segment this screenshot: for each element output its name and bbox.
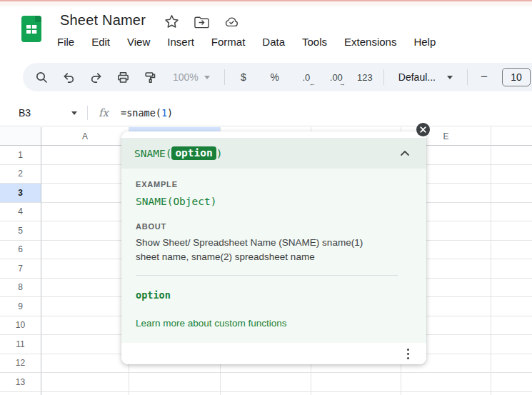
learn-more-link[interactable]: Learn more about custom functions — [136, 318, 287, 329]
row-header-1[interactable]: 1 — [0, 146, 41, 165]
grid-cell[interactable] — [41, 259, 129, 279]
grid-cell[interactable] — [41, 279, 129, 298]
grid-cell[interactable] — [41, 373, 129, 392]
sheets-logo-icon[interactable] — [21, 16, 41, 42]
redo-icon[interactable] — [83, 64, 109, 90]
row-header-12[interactable]: 12 — [0, 354, 41, 374]
grid-cell[interactable] — [491, 279, 532, 298]
grid-cell[interactable] — [491, 184, 532, 203]
grid-cell[interactable] — [41, 203, 129, 222]
column-header-a[interactable]: A — [41, 127, 129, 146]
cloud-check-icon[interactable] — [224, 14, 239, 29]
formula-input[interactable]: =sname(1) — [121, 107, 173, 119]
row-header-3[interactable]: 3 — [0, 184, 41, 203]
column-header[interactable] — [491, 127, 532, 146]
grid-cell[interactable] — [491, 297, 532, 316]
row-header-9[interactable]: 9 — [0, 297, 41, 316]
grid-cell[interactable] — [41, 297, 129, 316]
paint-format-icon[interactable] — [137, 64, 163, 90]
grid-cell[interactable] — [401, 373, 491, 392]
row-header-4[interactable]: 4 — [0, 203, 41, 222]
percent-label: % — [271, 71, 279, 83]
row-header-11[interactable]: 11 — [0, 335, 41, 354]
row-header-13[interactable]: 13 — [0, 373, 41, 392]
grid-cell[interactable] — [491, 392, 532, 395]
grid-cell[interactable] — [129, 392, 221, 395]
menu-tools[interactable]: Tools — [293, 34, 336, 49]
increase-decimal-button[interactable]: .00 → — [322, 64, 351, 90]
grid-cell[interactable] — [41, 241, 129, 260]
row-header[interactable] — [0, 392, 41, 395]
grid-cell[interactable] — [491, 241, 532, 260]
grid-cell[interactable] — [491, 354, 532, 374]
grid-cell[interactable] — [221, 373, 311, 392]
folder-move-icon[interactable] — [194, 14, 209, 29]
menu-file[interactable]: File — [49, 34, 83, 49]
row-header-8[interactable]: 8 — [0, 279, 41, 298]
percent-format-button[interactable]: % — [262, 64, 288, 90]
decrease-font-size-button[interactable]: − — [473, 70, 495, 84]
grid-cell[interactable] — [41, 165, 129, 184]
popup-footer — [121, 343, 426, 364]
row-header-2[interactable]: 2 — [0, 165, 41, 184]
grid-cell[interactable] — [41, 221, 129, 241]
star-icon[interactable] — [164, 14, 179, 29]
grid-cell[interactable] — [401, 392, 491, 395]
grid-cell[interactable] — [41, 316, 129, 336]
grid-cell[interactable] — [311, 373, 401, 392]
undo-icon[interactable] — [56, 64, 81, 90]
close-icon — [419, 126, 427, 134]
grid-cell[interactable] — [491, 221, 532, 241]
row-header-6[interactable]: 6 — [0, 241, 41, 260]
grid-cell[interactable] — [221, 392, 311, 395]
row-header-5[interactable]: 5 — [0, 221, 41, 241]
zoom-selector[interactable]: 100% — [164, 71, 219, 83]
menu-format[interactable]: Format — [203, 34, 254, 49]
document-title[interactable]: Sheet Namer — [60, 12, 146, 29]
function-signature-header: SNAME(option) — [121, 138, 426, 169]
menu-view[interactable]: View — [119, 34, 159, 49]
example-label: EXAMPLE — [136, 180, 412, 189]
formula-bar-divider — [87, 106, 88, 120]
grid-cell[interactable] — [311, 392, 401, 395]
menu-extensions[interactable]: Extensions — [336, 34, 405, 49]
menu-data[interactable]: Data — [254, 34, 293, 49]
grid-cell[interactable] — [491, 259, 532, 279]
toolbar-divider — [467, 69, 468, 85]
menu-edit[interactable]: Edit — [83, 34, 119, 49]
grid-cell[interactable] — [41, 184, 129, 203]
select-all-corner[interactable] — [0, 127, 41, 146]
font-selector[interactable]: Defaul... — [390, 71, 461, 83]
row-header-10[interactable]: 10 — [0, 316, 41, 336]
grid-cell[interactable] — [491, 146, 532, 165]
grid-cell[interactable] — [41, 146, 129, 165]
grid-cell[interactable] — [491, 316, 532, 336]
decrease-decimal-button[interactable]: .0 ← — [292, 64, 321, 90]
search-icon[interactable] — [29, 64, 54, 90]
popup-divider — [136, 275, 398, 276]
currency-format-button[interactable]: $ — [231, 64, 256, 90]
popup-body: EXAMPLE SNAME(Object) ABOUT Show Sheet/ … — [121, 169, 426, 343]
grid-cell[interactable] — [41, 354, 129, 374]
row-header-7[interactable]: 7 — [0, 259, 41, 279]
grid-cell[interactable] — [41, 392, 129, 395]
collapse-button[interactable] — [398, 146, 412, 161]
menu-help[interactable]: Help — [405, 34, 444, 49]
formula-text: =sname( — [121, 107, 161, 119]
more-options-button[interactable] — [404, 346, 412, 362]
grid-cell[interactable] — [491, 335, 532, 354]
grid-cell[interactable] — [129, 373, 221, 392]
chevron-down-icon — [71, 111, 77, 115]
grid-cell[interactable] — [491, 373, 532, 392]
number-format-button[interactable]: 123 — [352, 64, 378, 90]
menu-insert[interactable]: Insert — [159, 34, 203, 49]
close-button[interactable] — [416, 123, 430, 136]
more-options-icon — [407, 349, 409, 351]
grid-cell[interactable] — [491, 203, 532, 222]
name-box[interactable]: B3 — [0, 107, 87, 119]
print-icon[interactable] — [110, 64, 136, 90]
grid-cell[interactable] — [41, 335, 129, 354]
formula-bar: B3 fx =sname(1) — [0, 100, 532, 126]
font-size-input[interactable]: 10 — [502, 68, 531, 86]
grid-cell[interactable] — [491, 165, 532, 184]
